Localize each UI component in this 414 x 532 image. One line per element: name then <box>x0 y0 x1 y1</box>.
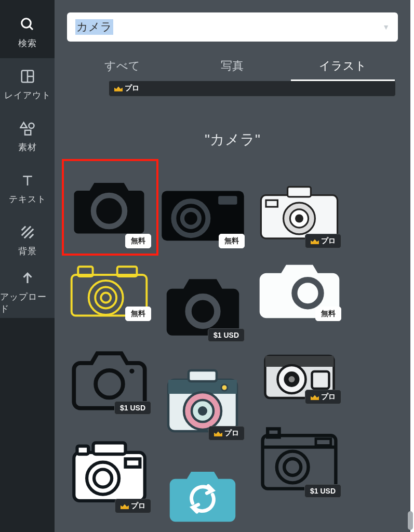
svg-marker-5 <box>20 122 27 127</box>
tabs: すべて 写真 イラスト <box>55 46 410 81</box>
svg-point-31 <box>101 293 111 303</box>
crown-icon <box>114 85 123 91</box>
tab-label: すべて <box>104 59 140 72</box>
tab-illustrations[interactable]: イラスト <box>288 51 398 81</box>
svg-point-52 <box>87 462 119 495</box>
svg-rect-48 <box>312 371 329 389</box>
crown-icon <box>311 394 319 400</box>
sidebar-item-background[interactable]: 背景 <box>0 214 55 266</box>
prev-section-remnant: プロ <box>67 81 398 99</box>
hatch-icon <box>19 223 36 241</box>
price-badge: $1 USD <box>114 401 151 415</box>
result-item[interactable]: プロ <box>255 178 343 250</box>
result-item[interactable] <box>158 463 247 526</box>
sidebar-item-text[interactable]: テキスト <box>0 162 55 214</box>
results-heading: "カメラ" <box>55 130 410 150</box>
svg-rect-60 <box>316 439 331 446</box>
result-item[interactable]: 無料 <box>65 261 153 323</box>
svg-point-59 <box>284 459 301 475</box>
tab-label: 写真 <box>221 59 244 72</box>
svg-rect-19 <box>218 196 237 205</box>
crown-icon <box>311 238 319 244</box>
result-item[interactable]: 無料 <box>255 256 343 323</box>
free-badge: 無料 <box>125 234 151 248</box>
search-value: カメラ <box>75 19 113 35</box>
svg-line-1 <box>29 26 32 29</box>
result-item[interactable]: $1 USD <box>158 266 247 344</box>
chevron-down-icon[interactable]: ▼ <box>382 23 390 31</box>
svg-point-34 <box>96 370 123 397</box>
badge-label: プロ <box>321 392 336 402</box>
pro-badge: プロ <box>208 426 245 441</box>
tab-photos[interactable]: 写真 <box>177 51 287 81</box>
badge-label: $1 USD <box>213 331 239 339</box>
pro-badge: プロ <box>305 234 341 248</box>
sidebar-item-label: 検索 <box>18 37 37 49</box>
result-item[interactable]: プロ <box>65 432 153 515</box>
search-icon <box>19 16 36 33</box>
sidebar-item-layout[interactable]: レイアウト <box>0 58 55 110</box>
results-scroll[interactable]: プロ "カメラ" 無料 無料 <box>55 81 410 532</box>
price-badge: $1 USD <box>304 484 341 498</box>
sidebar-item-label: アップロード <box>0 291 55 315</box>
shapes-icon <box>19 119 36 137</box>
svg-rect-21 <box>288 187 311 196</box>
badge-label: プロ <box>224 429 239 438</box>
sidebar-item-label: 素材 <box>18 141 37 153</box>
tab-all[interactable]: すべて <box>67 51 177 81</box>
badge-label: 無料 <box>321 309 336 318</box>
svg-line-11 <box>21 226 31 235</box>
svg-point-41 <box>198 406 207 416</box>
pro-badge: プロ <box>305 390 341 404</box>
pro-badge: プロ <box>115 499 151 513</box>
result-item[interactable]: $1 USD <box>255 422 343 500</box>
sidebar-item-label: 背景 <box>18 245 37 257</box>
svg-point-0 <box>21 18 31 28</box>
badge-label: $1 USD <box>120 404 145 412</box>
scrollbar-thumb[interactable] <box>408 511 413 530</box>
layout-icon <box>19 68 36 85</box>
svg-rect-50 <box>93 443 125 454</box>
svg-point-42 <box>221 384 228 391</box>
result-item[interactable]: プロ <box>158 365 247 443</box>
svg-rect-38 <box>189 370 217 381</box>
badge-label: プロ <box>321 236 336 246</box>
result-item[interactable]: 無料 <box>158 178 247 250</box>
tab-label: イラスト <box>319 59 367 72</box>
price-badge: $1 USD <box>208 328 245 342</box>
search-input[interactable]: カメラ ▼ <box>67 12 398 42</box>
sidebar-item-label: レイアウト <box>4 89 51 101</box>
free-badge: 無料 <box>315 307 341 321</box>
badge-label: 無料 <box>224 236 239 246</box>
text-icon <box>19 171 36 189</box>
svg-rect-44 <box>265 356 333 367</box>
search-wrap: カメラ ▼ <box>55 0 410 46</box>
app-root: 検索 レイアウト 素材 テキスト 背景 <box>0 0 410 532</box>
badge-label: 無料 <box>131 309 145 318</box>
svg-point-29 <box>89 281 123 315</box>
svg-line-12 <box>24 229 33 238</box>
svg-point-47 <box>288 376 295 382</box>
sidebar: 検索 レイアウト 素材 テキスト 背景 <box>0 0 55 532</box>
result-item[interactable]: $1 USD <box>65 339 153 417</box>
svg-rect-56 <box>268 429 279 437</box>
refresh-icon <box>158 463 247 526</box>
free-badge: 無料 <box>219 234 245 248</box>
results-grid: 無料 無料 プロ <box>55 162 410 532</box>
crown-icon <box>214 430 222 436</box>
svg-point-6 <box>29 123 34 128</box>
results-panel: カメラ ▼ すべて 写真 イラスト プロ "カメラ" <box>55 0 410 532</box>
svg-point-35 <box>129 368 134 373</box>
svg-rect-7 <box>25 130 31 135</box>
sidebar-item-upload[interactable]: アップロード <box>0 266 55 318</box>
svg-line-10 <box>21 226 25 230</box>
sidebar-item-elements[interactable]: 素材 <box>0 110 55 162</box>
svg-rect-51 <box>77 446 88 455</box>
svg-line-13 <box>29 234 33 238</box>
result-item[interactable]: 無料 <box>65 162 153 250</box>
result-item[interactable]: プロ <box>255 344 343 406</box>
crown-icon <box>121 503 129 509</box>
svg-point-30 <box>95 287 116 309</box>
upload-icon <box>19 269 36 287</box>
sidebar-item-search[interactable]: 検索 <box>0 6 55 58</box>
